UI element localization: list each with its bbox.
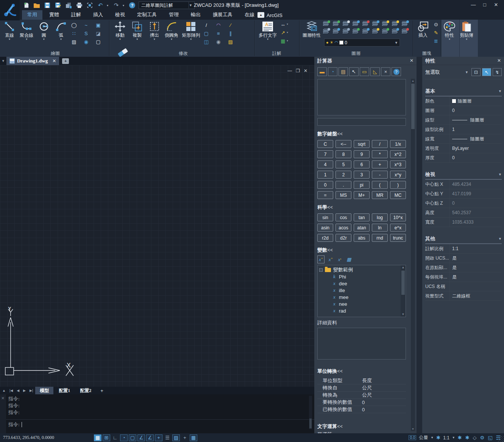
last-layout-icon[interactable]: ▶| [28, 389, 34, 392]
paste-to-command-icon[interactable]: ▤ [339, 67, 348, 76]
ribbon-collapse-icon[interactable]: ▲ [257, 12, 264, 18]
block-attributes-icon[interactable]: ≣ [432, 37, 440, 45]
copy-icon[interactable] [64, 2, 73, 9]
copy-button[interactable]: 複製 ▾ [129, 20, 145, 42]
close-button[interactable]: ✕ [490, 0, 502, 9]
donut-icon[interactable]: ◉ [82, 38, 94, 45]
layer-walk-icon[interactable] [333, 29, 339, 34]
close-tab-icon[interactable]: ✕ [50, 58, 56, 64]
settings-gear-icon[interactable]: ⚙ [480, 435, 485, 440]
layer-vp-freeze-icon[interactable] [372, 29, 379, 34]
calc-key[interactable]: 10^x [390, 213, 406, 221]
mtext-button[interactable]: A 多行文字 ▾ [257, 20, 278, 42]
annotation-autoscale-icon[interactable]: ✱ [465, 435, 470, 440]
measure-angle-icon[interactable]: ◺ [370, 67, 380, 76]
calc-key[interactable]: 7 [317, 150, 333, 158]
fullscreen-icon[interactable]: ◱ [488, 435, 492, 440]
command-close-icon[interactable]: ✕ [1, 396, 5, 401]
arc-button[interactable]: 弧 ▾ [53, 20, 69, 42]
document-tab[interactable]: DWG Drawing1.dwg ✕ [6, 57, 59, 65]
panel-layers-label[interactable]: 圖層 [299, 50, 413, 57]
extrude-button[interactable]: 擠出 ▾ [147, 20, 162, 42]
new-variable-icon[interactable]: x+ [317, 255, 325, 263]
calculator-close-icon[interactable]: ✕ [410, 58, 413, 64]
lineweight-display-icon[interactable]: ☰ [164, 434, 171, 441]
section-other[interactable]: 其他▼ [425, 235, 502, 244]
calc-key[interactable]: + [372, 160, 388, 168]
layer-off-icon[interactable] [343, 21, 349, 26]
calc-key[interactable]: . [335, 181, 351, 189]
calc-key[interactable]: 3 [354, 171, 370, 179]
layer-isolate-icon[interactable] [402, 21, 408, 26]
property-row[interactable]: 高度 540.2537 [425, 208, 502, 218]
scientific-header[interactable]: 科學<< [317, 204, 408, 211]
quick-properties-icon[interactable]: ▦ [190, 434, 197, 441]
calc-key[interactable]: / [372, 140, 388, 148]
ribbon-tab[interactable]: 檢視 [110, 10, 130, 20]
command-window[interactable]: ✕ 指令:指令:指令: 指令: [0, 394, 314, 433]
revision-cloud-icon[interactable]: ▢ [94, 38, 106, 45]
get-coordinates-icon[interactable]: ↖ [349, 67, 359, 76]
object-snap-icon[interactable]: ▢ [129, 434, 136, 441]
region-icon[interactable]: ▣ [94, 21, 106, 29]
variable-item[interactable]: x ille [319, 287, 406, 294]
panel-blocks-label[interactable]: 圖塊 [413, 50, 441, 57]
calc-key[interactable]: tan [354, 213, 370, 221]
property-row[interactable]: 在原點顯... 是 [425, 263, 502, 272]
panel-draw-label[interactable]: 繪圖 [2, 50, 109, 57]
redo-icon[interactable]: ↷ [112, 2, 120, 9]
calc-key[interactable]: e^x [390, 224, 406, 232]
cmd-collapse-icon[interactable]: ▲ [1, 389, 7, 392]
calc-key[interactable]: - [372, 171, 388, 179]
calc-key[interactable]: acos [335, 224, 351, 232]
spline-fit-icon[interactable]: ~ [82, 21, 94, 29]
offset-icon[interactable]: ◉ [215, 38, 226, 45]
polar-tracking-icon[interactable]: ◔ [120, 434, 128, 441]
calc-key[interactable]: sqrt [354, 140, 370, 148]
layer-freeze-icon[interactable] [353, 21, 359, 26]
section-view[interactable]: 檢視▼ [425, 171, 502, 180]
property-row[interactable]: UCS 名稱 [425, 282, 502, 291]
select-objects-icon[interactable]: ↖ [482, 68, 491, 76]
property-row[interactable]: 註解比例 1:1 [425, 244, 502, 254]
details-box[interactable] [317, 328, 406, 360]
calc-key[interactable]: pi [354, 181, 370, 189]
ribbon-tab[interactable]: 插入 [88, 10, 108, 20]
property-row[interactable]: 開啟 UCS... 是 [425, 254, 502, 263]
save-as-icon[interactable] [54, 2, 62, 9]
create-block-icon[interactable]: ⊙ [432, 20, 440, 28]
undo-chevron-icon[interactable]: ▾ [107, 4, 110, 7]
ribbon-tab[interactable]: 管理 [164, 10, 184, 20]
calc-key[interactable]: 1/x [390, 140, 406, 148]
calc-key[interactable]: <-- [335, 140, 351, 148]
command-input-row[interactable]: 指令: [6, 419, 314, 428]
annotation-scale-value[interactable]: 1:1 [443, 435, 449, 440]
calc-key[interactable]: cos [335, 213, 351, 221]
point-icon[interactable]: ∷ [70, 30, 81, 37]
unit-chevron-icon[interactable]: ▼ [431, 436, 434, 439]
close-expression-icon[interactable]: × [381, 67, 390, 76]
calc-key[interactable]: 5 [335, 160, 351, 168]
undo-icon[interactable]: ↶ [96, 2, 105, 9]
new-document-icon[interactable]: + [62, 58, 69, 64]
plot-preview-icon[interactable] [86, 2, 94, 9]
calc-key[interactable]: M+ [354, 191, 370, 199]
section-basic[interactable]: 基本▼ [425, 88, 502, 96]
object-tracking-icon[interactable]: ∠ [146, 434, 154, 441]
calc-key[interactable]: log [372, 213, 388, 221]
layer-lock-icon[interactable] [362, 21, 369, 26]
calc-key[interactable]: ( [372, 181, 388, 189]
ribbon-tab[interactable]: 擴展工具 [208, 10, 238, 20]
ribbon-tab[interactable]: 實體 [44, 10, 64, 20]
calc-key[interactable]: asin [317, 224, 333, 232]
layer-on-icon[interactable] [382, 21, 389, 26]
history-icon[interactable]: ◔ [328, 67, 337, 76]
calc-key[interactable]: C [317, 140, 333, 148]
scale-chevron-icon[interactable]: ▼ [452, 436, 455, 439]
variable-item[interactable]: x nee [319, 300, 406, 307]
ribbon-tab[interactable]: 輸出 [186, 10, 206, 20]
calc-key[interactable]: 8 [335, 150, 351, 158]
coordinate-format-icon[interactable]: 0.0 [409, 435, 416, 440]
add-layout-icon[interactable]: + [97, 388, 107, 394]
calc-key[interactable]: ) [390, 181, 406, 189]
